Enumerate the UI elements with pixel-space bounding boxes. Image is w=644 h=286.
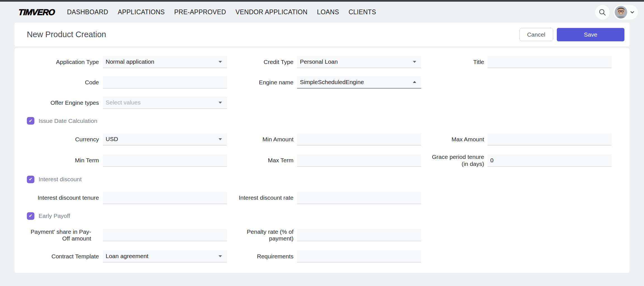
max-amount-input-wrap xyxy=(487,133,612,146)
interest-discount-checkbox[interactable] xyxy=(27,176,34,183)
chevron-down-icon xyxy=(219,138,222,140)
application-type-label: Application Type xyxy=(27,59,99,66)
page-title: New Product Creation xyxy=(27,30,106,39)
payment-share-label: Payment' share in Pay-Off amount xyxy=(27,228,91,242)
timvero-logo[interactable]: TIMVERO xyxy=(18,8,55,17)
offer-engine-types-select[interactable]: Select values xyxy=(103,97,227,109)
min-term-label: Min Term xyxy=(27,157,99,164)
interest-discount-tenure-label: Interest discount tenure xyxy=(27,194,99,201)
avatar xyxy=(615,6,627,18)
min-amount-label: Min Amount xyxy=(232,136,293,143)
grace-period-tenure-input[interactable] xyxy=(490,154,609,166)
contract-template-select[interactable]: Loan agreement xyxy=(103,250,227,263)
credit-type-select[interactable]: Personal Loan xyxy=(297,56,421,68)
payment-share-input-wrap xyxy=(103,229,227,241)
currency-select[interactable]: USD xyxy=(103,133,227,146)
penalty-rate-label: Penalty rate (% of payment) xyxy=(232,228,293,242)
cancel-button[interactable]: Cancel xyxy=(519,28,553,41)
max-amount-label: Max Amount xyxy=(426,136,484,143)
interest-discount-label: Interest discount xyxy=(39,176,82,183)
engine-name-select[interactable]: SimpleScheduledEngine xyxy=(297,76,421,89)
contract-template-label: Contract Template xyxy=(27,253,99,260)
chevron-down-icon xyxy=(219,102,222,104)
penalty-rate-input-wrap xyxy=(297,229,421,241)
offer-engine-types-label: Offer Engine types xyxy=(27,99,99,106)
requirements-label: Requirements xyxy=(232,253,293,260)
early-payoff-label: Early Payoff xyxy=(39,213,70,219)
save-button[interactable]: Save xyxy=(557,28,624,41)
search-icon xyxy=(598,8,606,16)
max-term-label: Max Term xyxy=(232,157,293,164)
issue-date-calculation-label: Issue Date Calculation xyxy=(39,118,97,124)
credit-type-label: Credit Type xyxy=(232,59,293,66)
nav-item-applications[interactable]: APPLICATIONS xyxy=(118,8,165,16)
interest-discount-row: Interest discount xyxy=(27,176,616,183)
chevron-down-icon xyxy=(219,61,222,63)
chevron-up-icon xyxy=(413,81,416,83)
min-term-input-wrap xyxy=(103,154,227,167)
nav-items: DASHBOARD APPLICATIONS PRE-APPROVED VEND… xyxy=(67,8,376,16)
page-header: New Product Creation Cancel Save xyxy=(15,23,629,46)
min-amount-input[interactable] xyxy=(300,133,418,145)
early-payoff-row: Early Payoff xyxy=(27,212,616,220)
nav-item-dashboard[interactable]: DASHBOARD xyxy=(67,8,108,16)
grace-period-tenure-label: Grace period tenure (in days) xyxy=(426,154,484,168)
engine-name-label: Engine name xyxy=(232,79,293,86)
nav-item-loans[interactable]: LOANS xyxy=(317,8,339,16)
interest-discount-rate-input[interactable] xyxy=(300,192,418,204)
title-input[interactable] xyxy=(490,56,609,68)
code-input-wrap xyxy=(103,76,227,89)
nav-item-pre-approved[interactable]: PRE-APPROVED xyxy=(174,8,226,16)
max-term-input[interactable] xyxy=(300,154,418,166)
top-nav: TIMVERO DASHBOARD APPLICATIONS PRE-APPRO… xyxy=(0,2,644,23)
requirements-input[interactable] xyxy=(300,250,418,262)
currency-label: Currency xyxy=(27,136,99,143)
interest-discount-tenure-input-wrap xyxy=(103,192,227,204)
application-type-select[interactable]: Normal application xyxy=(103,56,227,68)
chevron-down-icon xyxy=(219,255,222,257)
penalty-rate-input[interactable] xyxy=(300,229,418,241)
early-payoff-checkbox[interactable] xyxy=(27,212,34,220)
requirements-input-wrap xyxy=(297,250,421,263)
min-amount-input-wrap xyxy=(297,133,421,146)
interest-discount-rate-label: Interest discount rate xyxy=(232,194,293,201)
max-term-input-wrap xyxy=(297,154,421,167)
max-amount-input[interactable] xyxy=(490,133,609,145)
product-form-card: Application Type Normal application Cred… xyxy=(15,48,629,273)
nav-right xyxy=(595,5,638,20)
code-label: Code xyxy=(27,79,99,86)
issue-date-calculation-row: Issue Date Calculation xyxy=(27,117,616,125)
grace-period-tenure-input-wrap xyxy=(487,154,612,167)
header-actions: Cancel Save xyxy=(519,28,624,41)
title-input-wrap xyxy=(487,56,612,68)
nav-item-vendor-application[interactable]: VENDOR APPLICATION xyxy=(235,8,307,16)
min-term-input[interactable] xyxy=(106,154,224,166)
chevron-down-icon xyxy=(413,61,416,63)
issue-date-calculation-checkbox[interactable] xyxy=(27,117,34,125)
title-label: Title xyxy=(426,59,484,66)
user-menu[interactable] xyxy=(614,5,638,20)
nav-item-clients[interactable]: CLIENTS xyxy=(349,8,376,16)
interest-discount-rate-input-wrap xyxy=(297,192,421,204)
search-button[interactable] xyxy=(595,5,610,20)
interest-discount-tenure-input[interactable] xyxy=(106,192,224,204)
payment-share-input[interactable] xyxy=(106,229,224,241)
code-input[interactable] xyxy=(106,76,224,88)
chevron-down-icon xyxy=(629,9,635,15)
